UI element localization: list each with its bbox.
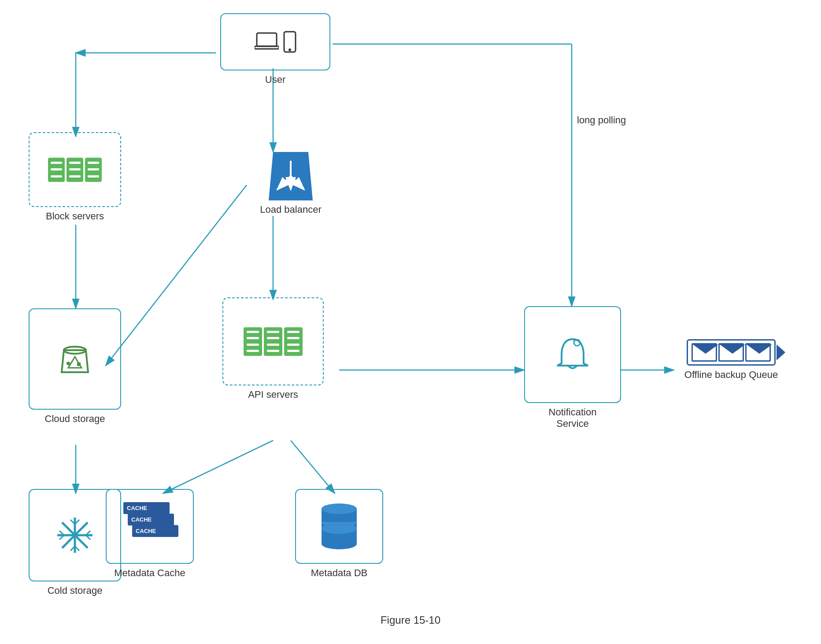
cold-storage-label: Cold storage	[48, 585, 103, 596]
envelope-1	[692, 343, 717, 362]
offline-backup-queue-node: Offline backup Queue	[669, 339, 793, 381]
block-servers-label: Block servers	[46, 211, 104, 222]
metadata-cache-node: CACHE CACHE CACHE Metadata Cache	[101, 489, 198, 579]
svg-point-45	[322, 523, 357, 534]
envelope-2	[718, 343, 744, 362]
cache-card-2: CACHE	[128, 514, 174, 526]
diagram-container: long polling User	[0, 0, 821, 644]
notification-service-node: NotificationService	[522, 306, 623, 429]
load-balancer-icon	[269, 152, 313, 200]
notification-bell-icon	[553, 335, 592, 374]
phone-icon	[283, 31, 296, 53]
svg-line-11	[163, 440, 273, 493]
cloud-storage-label: Cloud storage	[45, 413, 105, 425]
notification-service-label: NotificationService	[549, 407, 597, 429]
metadata-cache-label: Metadata Cache	[114, 567, 185, 579]
metadata-db-icon	[311, 500, 368, 553]
figure-caption: Figure 15-10	[381, 614, 440, 626]
cloud-storage-node: Cloud storage	[26, 308, 123, 425]
load-balancer-label: Load balancer	[260, 204, 321, 215]
cache-card-3: CACHE	[132, 525, 178, 537]
queue-container	[687, 339, 776, 366]
snowflake-icon	[55, 515, 95, 555]
svg-rect-27	[77, 363, 81, 366]
cache-card-1: CACHE	[123, 502, 170, 514]
svg-rect-15	[255, 46, 279, 49]
user-label: User	[265, 74, 285, 85]
queue-body	[687, 339, 776, 366]
load-balancer-node: Load balancer	[247, 152, 335, 215]
metadata-db-node: Metadata DB	[291, 489, 388, 579]
api-servers-icon	[244, 327, 303, 356]
block-servers-icon	[48, 158, 102, 182]
user-devices-icon	[255, 31, 296, 53]
user-node: User	[216, 13, 335, 85]
offline-backup-queue-label: Offline backup Queue	[684, 369, 778, 381]
cache-stack: CACHE CACHE CACHE	[123, 502, 176, 551]
svg-point-48	[322, 503, 357, 514]
envelope-3	[745, 343, 771, 362]
api-servers-node: API servers	[220, 297, 326, 400]
api-servers-label: API servers	[248, 389, 298, 400]
queue-arrow	[777, 344, 785, 360]
svg-point-26	[67, 362, 70, 365]
svg-marker-25	[68, 357, 81, 368]
cloud-storage-icon	[55, 339, 95, 379]
block-servers-node: Block servers	[26, 132, 123, 222]
svg-rect-14	[257, 33, 277, 46]
laptop-icon	[255, 31, 279, 53]
svg-point-17	[288, 48, 291, 51]
metadata-db-label: Metadata DB	[311, 567, 367, 579]
svg-line-12	[291, 440, 335, 493]
long-polling-label: long polling	[577, 115, 626, 126]
